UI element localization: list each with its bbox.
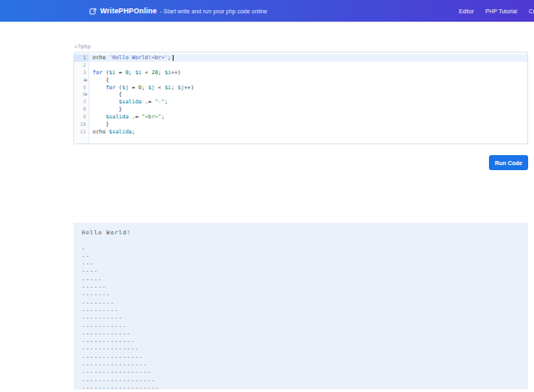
code-line[interactable]: 3for ($i = 0; $i < 20; $i++): [74, 69, 527, 77]
output-line: ---------------: [82, 354, 520, 361]
output-line: ----------: [82, 314, 520, 322]
code-text: echo $salida;: [88, 128, 135, 136]
code-text: {: [88, 91, 122, 98]
code-text: }: [88, 121, 109, 128]
output-line: ---------: [82, 307, 520, 314]
code-lines: 1echo 'Hello World!<br>';23for ($i = 0; …: [74, 54, 527, 136]
output-line: Hello World!: [82, 229, 520, 237]
code-text: for ($i = 0; $i < 20; $i++): [88, 69, 181, 77]
output-line: ------------------: [82, 377, 520, 384]
php-open-tag-label: <?php: [74, 43, 91, 50]
code-line[interactable]: 7 $salida .= "-";: [74, 98, 527, 106]
code-line[interactable]: 8 }: [74, 106, 527, 113]
output-line: --------------: [82, 345, 520, 353]
line-number: 3: [74, 69, 88, 77]
fold-arrow-icon[interactable]: ▾: [85, 77, 88, 84]
line-number: 11: [74, 128, 88, 136]
code-text: echo 'Hello World!<br>';: [88, 54, 174, 62]
nav-item-crontab[interactable]: Crontab: [529, 8, 534, 14]
edit-pencil-icon: [89, 8, 97, 15]
line-number: 8: [74, 106, 88, 113]
output-line: ------------: [82, 330, 520, 338]
code-text: $salida .= "-";: [88, 98, 168, 106]
code-editor[interactable]: 1echo 'Hello World!<br>';23for ($i = 0; …: [73, 52, 528, 144]
code-text: {: [88, 77, 109, 84]
brand-name: WritePHPOnline: [100, 7, 157, 15]
nav-item-php-tutorial[interactable]: PHP Tutorial: [486, 8, 517, 14]
header-nav: Editor PHP Tutorial Crontab: [459, 0, 534, 22]
nav-item-editor[interactable]: Editor: [459, 8, 474, 14]
line-number: 1: [74, 54, 88, 62]
line-number: 10: [74, 121, 88, 128]
code-line[interactable]: 11echo $salida;: [74, 128, 527, 136]
top-navbar: WritePHPOnline - Start write and run you…: [0, 0, 534, 22]
output-line: [82, 237, 520, 244]
output-line: ------: [82, 284, 520, 291]
code-line[interactable]: 6▾ {: [74, 91, 527, 98]
line-number: 5: [74, 84, 88, 92]
output-line: ----------------: [82, 361, 520, 369]
code-line[interactable]: 9 $salida .= "<br>";: [74, 113, 527, 121]
output-line: -------------: [82, 338, 520, 345]
output-line: -----: [82, 276, 520, 284]
output-line: -----------: [82, 323, 520, 330]
code-line[interactable]: 5 for ($j = 0; $j < $i; $j++): [74, 84, 527, 92]
code-line[interactable]: 10 }: [74, 121, 527, 128]
output-line: --------: [82, 299, 520, 307]
line-number: 9: [74, 113, 88, 121]
fold-arrow-icon[interactable]: ▾: [85, 91, 88, 98]
code-line[interactable]: 1echo 'Hello World!<br>';: [74, 54, 527, 62]
run-code-button[interactable]: Run Code: [489, 155, 528, 170]
code-text: }: [88, 106, 122, 113]
output-panel: Hello World! ---------------------------…: [73, 223, 528, 389]
text-cursor: [173, 55, 174, 61]
output-line: ----: [82, 268, 520, 275]
page: WritePHPOnline - Start write and run you…: [0, 0, 534, 392]
line-number: 7: [74, 98, 88, 106]
code-text: [88, 62, 93, 69]
output-line: -----------------: [82, 369, 520, 376]
output-line: ---: [82, 260, 520, 268]
code-text: $salida .= "<br>";: [88, 113, 164, 121]
output-line: --: [82, 253, 520, 260]
code-text: for ($j = 0; $j < $i; $j++): [88, 84, 194, 92]
brand-tagline: - Start write and run your php code onli…: [160, 8, 267, 14]
brand-link[interactable]: WritePHPOnline - Start write and run you…: [89, 0, 267, 22]
output-line: -------------------: [82, 384, 520, 389]
code-line[interactable]: 2: [74, 62, 527, 69]
output-line: -: [82, 245, 520, 253]
code-line[interactable]: 4▾ {: [74, 77, 527, 84]
line-number: 2: [74, 62, 88, 69]
output-line: -------: [82, 291, 520, 299]
